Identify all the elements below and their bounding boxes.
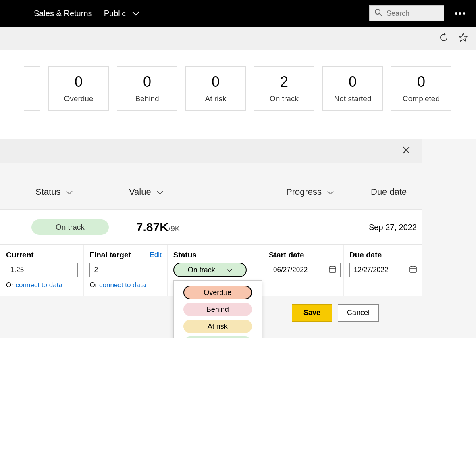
tile-overdue[interactable]: 0 Overdue (48, 66, 109, 111)
edit-target-link[interactable]: Edit (150, 251, 161, 259)
title-divider: | (97, 9, 99, 18)
chevron-down-icon (327, 187, 334, 197)
chevron-down-icon (157, 187, 163, 197)
status-select[interactable]: On track (173, 263, 247, 277)
status-option-ontrack[interactable]: On track (183, 336, 252, 338)
tile-label: Not started (334, 94, 372, 103)
value-main: 7.87K (136, 220, 168, 234)
tile-count: 0 (212, 73, 220, 90)
cell-status: Status On track Overdue Behind At risk O… (168, 245, 263, 296)
search-input[interactable] (387, 9, 439, 18)
due-date-label: Due date (349, 251, 382, 259)
start-date-label: Start date (269, 251, 304, 259)
col-label: Progress (286, 187, 322, 197)
chevron-down-icon (227, 266, 232, 274)
metric-row[interactable]: On track 7.87K/9K Sep 27, 2022 (0, 209, 422, 245)
due-date-input[interactable]: 12/27/2022 (349, 263, 421, 277)
col-label: Status (35, 187, 60, 197)
workspace-switcher[interactable]: Sales & Returns | Public (34, 9, 139, 18)
tile-on-track[interactable]: 2 On track (254, 66, 314, 111)
workspace-title: Sales & Returns (34, 9, 92, 18)
tile-count: 0 (417, 73, 425, 90)
cell-due-date: Due date 12/27/2022 (344, 245, 422, 296)
refresh-icon[interactable] (439, 33, 449, 44)
top-bar: Sales & Returns | Public ••• (0, 0, 476, 27)
svg-rect-4 (329, 267, 336, 272)
toolbar (0, 27, 476, 50)
calendar-icon (329, 265, 336, 275)
status-dropdown: Overdue Behind At risk On track Not star… (173, 280, 262, 338)
svg-point-0 (375, 9, 380, 14)
status-option-atrisk[interactable]: At risk (183, 320, 252, 333)
search-box[interactable] (369, 5, 444, 21)
cell-target: Final target Edit Or connect to data (84, 245, 167, 296)
tile-label: At risk (205, 94, 227, 103)
status-option-behind[interactable]: Behind (183, 303, 252, 316)
edit-form: Current Or connect to data Final target … (0, 245, 422, 296)
tile-label: Overdue (64, 94, 94, 103)
search-icon (374, 8, 387, 18)
connect-data-link[interactable]: connect to data (99, 281, 146, 289)
start-date-input[interactable]: 06/27/2022 (269, 263, 341, 277)
status-option-overdue[interactable]: Overdue (183, 286, 252, 299)
cell-current: Current Or connect to data (0, 245, 84, 296)
tile-behind[interactable]: 0 Behind (117, 66, 177, 111)
due-date-value: 12/27/2022 (354, 266, 388, 274)
tile-at-risk[interactable]: 0 At risk (185, 66, 246, 111)
start-date-value: 06/27/2022 (273, 266, 308, 274)
panel-header (0, 139, 422, 163)
value-denom: /9K (168, 224, 180, 233)
tile-label: On track (270, 94, 299, 103)
cell-start-date: Start date 06/27/2022 (263, 245, 344, 296)
tile-not-started[interactable]: 0 Not started (322, 66, 383, 111)
tile-partial-left (24, 66, 40, 111)
tile-label: Behind (135, 94, 159, 103)
star-icon[interactable] (458, 33, 468, 44)
current-input[interactable] (6, 263, 78, 277)
cancel-button[interactable]: Cancel (338, 304, 379, 322)
or-connect-current: Or connect to data (6, 281, 78, 289)
tile-completed[interactable]: 0 Completed (391, 66, 451, 111)
svg-rect-8 (410, 267, 416, 272)
more-menu-icon[interactable]: ••• (455, 8, 466, 19)
connect-data-link[interactable]: connect to data (16, 281, 62, 289)
col-header-status[interactable]: Status (0, 187, 125, 197)
status-label: Status (173, 251, 197, 259)
current-label: Current (6, 251, 34, 259)
target-label: Final target (89, 251, 131, 259)
tile-count: 0 (143, 73, 151, 90)
close-icon[interactable] (402, 146, 410, 156)
svg-line-1 (380, 14, 382, 16)
col-header-progress[interactable]: Progress (246, 187, 335, 197)
tile-label: Completed (403, 94, 440, 103)
col-header-due: Due date (335, 187, 423, 197)
tile-count: 2 (280, 73, 288, 90)
tile-count: 0 (349, 73, 357, 90)
chevron-down-icon (66, 187, 73, 197)
save-button[interactable]: Save (292, 304, 332, 322)
col-label: Due date (371, 187, 407, 197)
target-input[interactable] (89, 263, 161, 277)
chevron-down-icon (132, 9, 139, 18)
workspace-visibility: Public (104, 9, 126, 18)
status-selected: On track (188, 266, 215, 274)
status-tiles-row: 0 Overdue 0 Behind 0 At risk 2 On track … (0, 50, 476, 127)
due-cell: Sep 27, 2022 (369, 223, 417, 232)
value-cell: 7.87K/9K (136, 220, 180, 234)
tile-count: 0 (75, 73, 83, 90)
col-label: Value (129, 187, 151, 197)
or-connect-target: Or connect to data (89, 281, 161, 289)
col-header-value[interactable]: Value (125, 187, 246, 197)
column-headers: Status Value Progress Due date (0, 163, 476, 209)
status-badge: On track (31, 219, 109, 235)
calendar-icon (409, 265, 417, 275)
